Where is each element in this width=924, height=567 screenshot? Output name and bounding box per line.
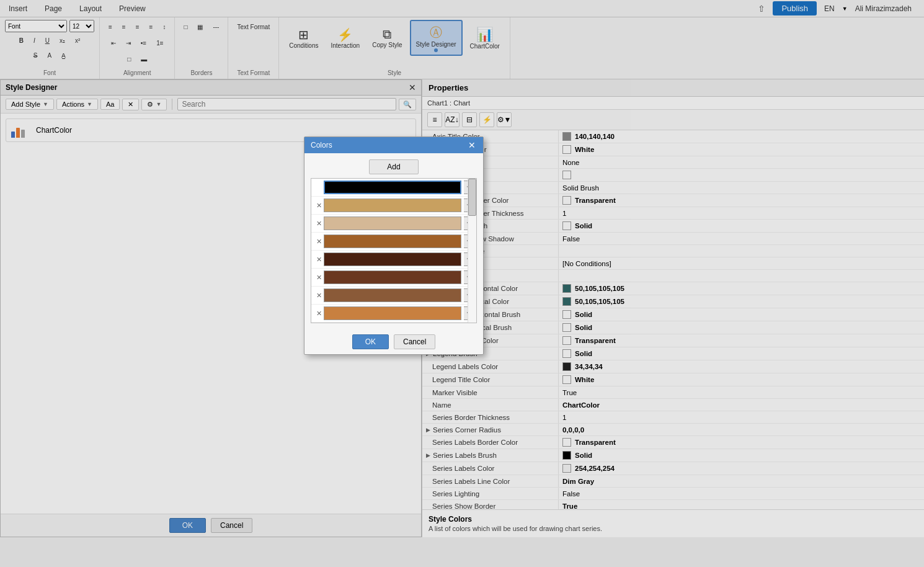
add-color-button[interactable]: Add xyxy=(369,159,419,174)
color-bar-container: ▼ xyxy=(324,217,474,230)
color-bar xyxy=(324,217,461,230)
list-item: ✕▼ xyxy=(311,251,476,269)
list-item: ✕▼ xyxy=(311,269,476,287)
color-bar xyxy=(324,252,461,266)
dialog-title-bar: Colors ✕ xyxy=(304,137,483,153)
list-item: ✕▼ xyxy=(311,215,476,233)
list-item: ✕▼ xyxy=(311,197,476,215)
color-bar xyxy=(324,234,461,248)
color-bar-container: ▼ xyxy=(324,181,474,194)
dialog-cancel-button[interactable]: Cancel xyxy=(394,334,435,349)
remove-color-button[interactable]: ✕ xyxy=(314,272,324,282)
dialog-overlay: Colors ✕ Add ▼✕▼✕▼✕▼✕▼✕▼✕▼✕▼ OK Cancel xyxy=(0,0,924,537)
color-list-scrollbar[interactable] xyxy=(468,179,476,323)
remove-color-button[interactable]: ✕ xyxy=(314,290,324,300)
dialog-body: Add ▼✕▼✕▼✕▼✕▼✕▼✕▼✕▼ xyxy=(304,153,483,329)
color-bar-container: ▼ xyxy=(324,199,474,212)
color-bar-container: ▼ xyxy=(324,252,474,266)
scrollbar-thumb[interactable] xyxy=(468,179,476,216)
dialog-title: Colors xyxy=(311,141,332,150)
color-bar-container: ▼ xyxy=(324,234,474,248)
color-list: ▼✕▼✕▼✕▼✕▼✕▼✕▼✕▼ xyxy=(311,178,477,323)
list-item: ✕▼ xyxy=(311,233,476,251)
colors-dialog: Colors ✕ Add ▼✕▼✕▼✕▼✕▼✕▼✕▼✕▼ OK Cancel xyxy=(304,136,484,355)
remove-color-button[interactable] xyxy=(314,182,324,192)
list-item: ✕▼ xyxy=(311,305,476,323)
color-bar-container: ▼ xyxy=(324,270,474,284)
list-item: ✕▼ xyxy=(311,287,476,305)
color-bar xyxy=(324,270,461,284)
remove-color-button[interactable]: ✕ xyxy=(314,200,324,210)
dialog-ok-button[interactable]: OK xyxy=(352,334,389,349)
color-bar-container: ▼ xyxy=(324,288,474,302)
color-bar xyxy=(324,199,461,212)
dialog-footer: OK Cancel xyxy=(304,329,483,354)
dialog-close-button[interactable]: ✕ xyxy=(467,141,477,150)
remove-color-button[interactable]: ✕ xyxy=(314,218,324,228)
list-item: ▼ xyxy=(311,179,476,197)
remove-color-button[interactable]: ✕ xyxy=(314,236,324,246)
remove-color-button[interactable]: ✕ xyxy=(314,308,324,318)
color-bar xyxy=(324,306,461,320)
color-bar-container: ▼ xyxy=(324,306,474,320)
color-bar xyxy=(324,288,461,302)
remove-color-button[interactable]: ✕ xyxy=(314,254,324,264)
color-bar xyxy=(324,181,461,194)
